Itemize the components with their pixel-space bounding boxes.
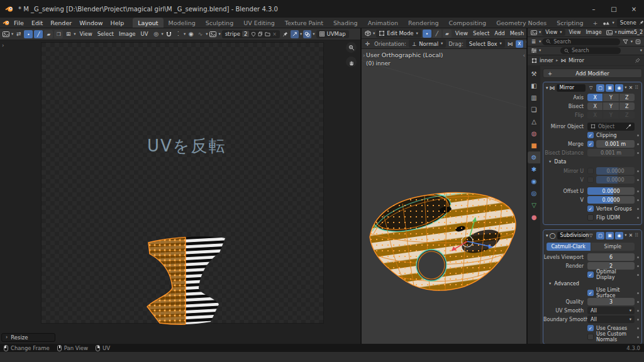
use-custom-normals-checkbox[interactable]	[587, 334, 594, 340]
proportional-editing-icon[interactable]: ◉	[187, 30, 195, 38]
new-image-copy-icon[interactable]	[258, 31, 263, 36]
bisect-toggle[interactable]: Z	[619, 102, 635, 110]
editor-type-caret-icon[interactable]: ▾	[373, 31, 375, 36]
breadcrumb-object[interactable]: inner	[540, 57, 553, 63]
editor-type-caret-icon[interactable]: ▾	[539, 30, 541, 35]
falloff-curve-icon[interactable]: ∿	[196, 30, 204, 38]
gizmos-caret-icon[interactable]: ▾	[300, 32, 302, 36]
orientation-selector[interactable]: ⊥ Normal ▾	[409, 40, 446, 48]
topbar-menu-item[interactable]: File	[10, 19, 28, 26]
overlays-toggle-icon[interactable]	[303, 30, 311, 38]
tab-scene[interactable]: △	[528, 116, 540, 128]
flip-udim-checkbox[interactable]	[587, 214, 594, 221]
topbar-menu-item[interactable]: Help	[107, 19, 128, 26]
scene-selector[interactable]: Scene ×	[617, 19, 644, 27]
vertex-groups-checkbox[interactable]: ✓	[587, 206, 594, 212]
blender-menu-icon[interactable]	[3, 19, 10, 26]
extras-caret-icon[interactable]: ▾	[625, 85, 626, 90]
toolbar-expand-icon[interactable]: ›	[363, 53, 365, 58]
uv-menu-item[interactable]: Select	[95, 31, 116, 37]
axis-toggle[interactable]: X	[587, 94, 602, 101]
zoom-in-button[interactable]	[346, 42, 357, 53]
flip-toggle[interactable]: Y	[603, 111, 618, 119]
operator-panel-resize[interactable]: › Resize	[1, 333, 55, 342]
offset-v-field[interactable]: 0.0000	[587, 196, 635, 204]
image-editor-menu-item[interactable]: View	[567, 30, 584, 35]
uv-menu-item[interactable]: Image	[116, 31, 138, 37]
pin-icon[interactable]	[639, 20, 644, 25]
topbar-menu-item[interactable]: Edit	[28, 19, 47, 26]
filter-caret-icon[interactable]: ▾	[631, 40, 633, 44]
show-on-cage-toggle[interactable]: ▽	[587, 232, 595, 239]
expand-caret-icon[interactable]: ▾	[546, 233, 548, 238]
optimal-display-checkbox[interactable]: ✓	[587, 272, 594, 278]
outliner-settings-icon[interactable]	[634, 38, 642, 46]
use-limit-surface-checkbox[interactable]: ✓	[587, 290, 594, 296]
show-in-editmode-toggle[interactable]: ▢	[596, 232, 604, 239]
axis-toggle[interactable]: Y	[603, 94, 618, 101]
flip-toggle[interactable]: Z	[619, 111, 635, 119]
scene-icon[interactable]	[602, 19, 610, 26]
topbar-menu-item[interactable]: Window	[75, 19, 106, 26]
viewport-menu-item[interactable]: Add	[492, 30, 507, 36]
merge-threshold-field[interactable]: 0.001 m	[596, 140, 635, 148]
editor-type-icon[interactable]	[2, 30, 10, 38]
minimize-button[interactable]: –	[584, 0, 604, 18]
filter-funnel-icon[interactable]	[621, 38, 630, 46]
open-image-folder-icon[interactable]	[265, 31, 270, 36]
tab-physics[interactable]: ◉	[528, 175, 540, 187]
bisect-toggle[interactable]: Y	[603, 102, 618, 110]
uv-sync-select-icon[interactable]: ⇄	[14, 30, 23, 38]
select-edge-button[interactable]: ╱	[433, 30, 441, 38]
close-button[interactable]: ×	[624, 0, 644, 18]
select-vertex-button[interactable]: ∙	[423, 30, 431, 38]
editor-type-caret-icon[interactable]: ▾	[539, 40, 541, 44]
workspace-tab[interactable]: Animation	[363, 18, 403, 28]
uv-canvas[interactable]: › UVを反転	[0, 40, 360, 344]
mirror-v-field[interactable]: 0.0000	[596, 176, 635, 184]
toolbar-expand-icon[interactable]: ›	[2, 43, 4, 48]
properties-search-input[interactable]: Search	[560, 47, 621, 54]
add-workspace-button[interactable]: +	[589, 19, 602, 26]
workspace-tab[interactable]: Geometry Nodes	[491, 18, 552, 28]
clipping-checkbox[interactable]: ✓	[587, 132, 594, 138]
mirror-modifier-header[interactable]: ▾ ⋈ Mirror ▽ ▢ ▣ ◉ ▾ ✕ ⠿	[543, 82, 641, 93]
use-creases-checkbox[interactable]: ✓	[587, 325, 594, 331]
workspace-tab[interactable]: Texture Paint	[280, 18, 328, 28]
image-browse-caret-icon[interactable]: ▾	[615, 30, 617, 35]
pivot-point-icon[interactable]: ◎	[152, 30, 160, 38]
uv-menu-item[interactable]: View	[77, 31, 95, 37]
image-browse-icon[interactable]	[606, 28, 614, 36]
image-browse-caret-icon[interactable]: ▾	[218, 32, 220, 36]
simple-button[interactable]: Simple	[591, 243, 635, 251]
modifier-name-field[interactable]: Subdivision	[557, 232, 586, 239]
display-mode-selector[interactable]: View ▾	[542, 29, 565, 36]
mesh-object[interactable]	[365, 171, 523, 300]
subdivision-modifier-header[interactable]: ▾ ◯ Subdivision ▽ ▢ ▣ ◉ ▾ ✕ ⠿	[543, 230, 641, 241]
axis-toggle[interactable]: Z	[619, 94, 635, 101]
tab-world[interactable]: ◍	[528, 128, 540, 140]
falloff-caret-icon[interactable]: ▾	[206, 32, 208, 36]
drag-handle-icon[interactable]: ⠿	[635, 233, 639, 238]
uv-select-vertex-button[interactable]: ∙	[24, 30, 33, 38]
operator-expand-icon[interactable]: ›	[6, 335, 8, 340]
image-datablock[interactable]: stripe 2 ×	[222, 30, 280, 38]
snap-magnet-icon[interactable]	[165, 30, 173, 38]
tab-object-data[interactable]: ▽	[528, 199, 540, 211]
pin-id-icon[interactable]	[635, 58, 640, 63]
scene-caret-icon[interactable]: ▾	[613, 21, 614, 25]
fake-user-shield-icon[interactable]	[251, 31, 256, 37]
uvmap-selector[interactable]: UVMap	[316, 30, 349, 38]
pin-image-icon[interactable]	[281, 30, 289, 38]
tab-material[interactable]: ●	[528, 211, 540, 223]
mirror-axis-button[interactable]: X	[516, 40, 523, 48]
mirror-object-field[interactable]: Object	[587, 123, 635, 131]
overlays-caret-icon[interactable]: ▾	[313, 32, 314, 36]
editor-type-caret-icon[interactable]: ▾	[11, 32, 13, 36]
viewport-menu-item[interactable]: Select	[470, 30, 492, 36]
transform-gizmo-icon[interactable]: ✛	[364, 40, 372, 48]
show-in-viewport-toggle[interactable]: ▣	[606, 84, 614, 92]
eyedropper-icon[interactable]	[626, 124, 631, 129]
sticky-selection-caret-icon[interactable]: ▾	[74, 32, 75, 36]
add-modifier-button[interactable]: + Add Modifier	[543, 69, 642, 78]
